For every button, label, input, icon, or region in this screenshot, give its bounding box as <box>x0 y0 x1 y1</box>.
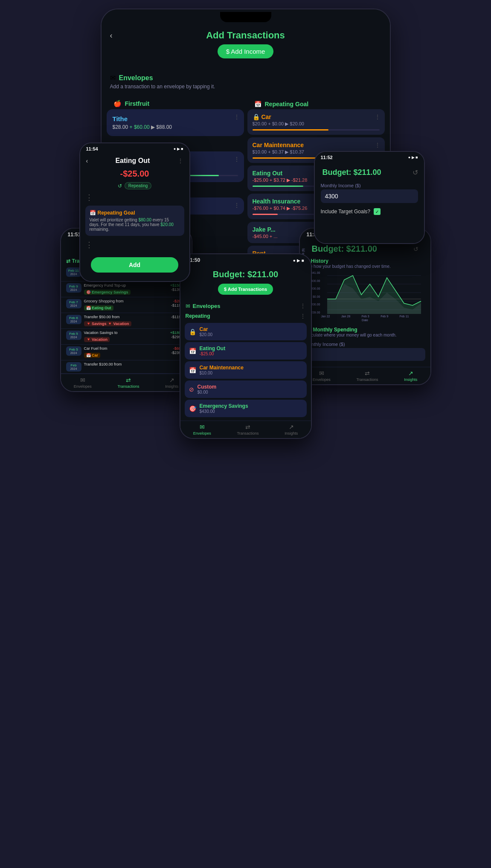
right-nav-trans-icon: ⇄ <box>365 370 370 377</box>
center-nav-env-label: Envelopes <box>193 431 211 435</box>
add-income-button[interactable]: $ Add Income <box>218 44 274 58</box>
trans-desc-4: Transfer $50.00 from 🔻 Savings 🔻 Vacatio… <box>84 315 169 327</box>
center-envelopes-title: Envelopes <box>193 303 221 309</box>
trans-date-3: Feb 7 2024 <box>66 299 81 308</box>
left-bottom-nav: ✉ Envelopes ⇄ Transactions ↗ Insights <box>61 374 192 391</box>
bp-checkbox-row: Include Target Goals? ✓ <box>315 206 424 218</box>
nav-transactions[interactable]: ⇄ Transactions <box>117 377 139 389</box>
trans-tag-2: 🎯 Emergency Savings <box>84 290 131 295</box>
table-row[interactable]: Feb 2024 Transfer $100.00 from <box>61 360 192 374</box>
firstfruit-title: Firstfruit <box>125 100 150 107</box>
center-nav-transactions[interactable]: ⇄ Transactions <box>237 424 259 435</box>
eo-repeating-tag: ↺ Repeating <box>80 180 189 191</box>
table-row[interactable]: Feb 7 2024 Grocery Shopping from 📅 Eatin… <box>61 297 192 313</box>
right-nav-insights[interactable]: ↗ Insights <box>404 370 417 382</box>
screen-header: ‹ Add Transactions <box>102 25 390 44</box>
bp-status-icons: ● ▶ ■ <box>408 155 418 160</box>
eo-title: Eating Out <box>88 157 177 165</box>
bp-income-label: Monthly Income ($) <box>321 183 418 188</box>
right-income-input[interactable] <box>305 348 425 361</box>
right-nav-env-icon: ✉ <box>319 370 324 377</box>
bp-checkbox[interactable]: ✓ <box>374 208 381 215</box>
eo-dots-1[interactable]: ⋮ <box>85 193 93 202</box>
right-bottom-nav: ✉ Envelopes ⇄ Transactions ↗ Insights <box>300 367 430 384</box>
add-transactions-button[interactable]: $ Add Transactions <box>218 284 273 295</box>
bp-notch: 11:52 ● ▶ ■ <box>315 152 424 163</box>
center-env-more[interactable]: ⋮ <box>300 302 306 309</box>
trans-date-2: Feb 9 2024 <box>66 283 81 293</box>
monthly-spending-subtitle: Calculate where your money will go each … <box>305 333 425 337</box>
center-custom-amount: $0.00 <box>198 390 217 395</box>
x-label-jan22: Jan 22 <box>321 315 330 318</box>
car-amount: $20.00 + $0.00 ▶ $20.00 <box>253 121 380 127</box>
nav-transactions-label: Transactions <box>117 384 139 389</box>
bp-input-section: Monthly Income ($) 4300 <box>315 180 424 206</box>
eo-add-button[interactable]: Add <box>91 257 178 273</box>
center-nav-insights[interactable]: ↗ Insights <box>285 424 298 435</box>
list-item[interactable]: ⊘ Custom $0.00 <box>185 380 307 398</box>
center-custom-name: Custom <box>198 384 217 390</box>
center-carmaint-name: Car Maintennance <box>200 365 244 371</box>
center-phone-screen: Budget: $211.00 $ Add Transactions ✉ Env… <box>180 266 311 438</box>
back-arrow-icon[interactable]: ‹ <box>110 31 113 40</box>
center-rep-more[interactable]: ⋮ <box>300 313 306 319</box>
table-row[interactable]: Feb 5 2024 Car Fuel from 📅 Car -$60.00 -… <box>61 345 192 360</box>
trans-tag-5: 🔻 Vacation <box>84 337 110 342</box>
repeating-goal-icon: 📅 <box>254 101 261 107</box>
trans-date-5: Feb 5 2024 <box>66 331 81 340</box>
trans-tag-6: 📅 Car <box>84 353 101 358</box>
right-monthly-income: Monthly Income ($) <box>300 339 430 363</box>
tithe-dots[interactable]: ⋮ <box>234 113 240 120</box>
center-emgsav-amount: $430.00 <box>200 409 248 414</box>
page-title: Add Transactions <box>206 30 285 41</box>
eo-status-icons: ● ▶ ■ <box>174 147 183 151</box>
trans-desc-3: Grocery Shopping from 📅 Eating Out <box>84 299 169 311</box>
envelopes-section-header: ✉ Envelopes <box>102 70 390 84</box>
right-nav-envelopes[interactable]: ✉ Envelopes <box>313 370 331 382</box>
center-nav-insights-icon: ↗ <box>289 424 294 430</box>
tithe-amount: $28.00 + $60.00 ▶ $88.00 <box>113 124 238 130</box>
center-nav-trans-label: Transactions <box>237 431 259 435</box>
trans-tag-3: 📅 Eating Out <box>84 305 113 311</box>
table-row[interactable]: Feb 6 2024 Transfer $50.00 from 🔻 Saving… <box>61 313 192 329</box>
envelope-icon: ✉ <box>110 74 116 82</box>
firstfruit-group: 🍎 Firstfruit <box>107 96 244 109</box>
car-dots[interactable]: ⋮ <box>375 113 381 120</box>
table-row[interactable]: Feb 9 2024 Emergency Fund Top-up 🎯 Emerg… <box>61 282 192 297</box>
car-name: 🔒 Car <box>253 113 380 120</box>
bp-screen: Budget: $211.00 ↺ Monthly Income ($) 430… <box>315 163 424 243</box>
nav-insights-left[interactable]: ↗ Insights <box>165 377 178 389</box>
trans-desc-6: Car Fuel from 📅 Car <box>84 346 169 358</box>
outer-container: ‹ Add Transactions $ Add Income ✉ Envelo… <box>9 9 482 439</box>
right-nav-env-label: Envelopes <box>313 377 331 382</box>
list-item[interactable]: 🔒 Car $20.00 <box>185 323 307 340</box>
list-item[interactable]: 🎯 Emergency Savings $430.00 <box>185 400 307 417</box>
nav-envelopes[interactable]: ✉ Envelopes <box>74 377 92 389</box>
list-item[interactable]: 📅 Car Maintennance $10.00 <box>185 361 307 379</box>
bp-refresh-icon[interactable]: ↺ <box>413 168 418 177</box>
center-eating-name: Eating Out <box>200 345 226 351</box>
monthly-spending-section: 📅 Monthly Spending Calculate where your … <box>300 324 430 339</box>
eo-notch: 11:54 ● ▶ ■ <box>80 143 189 154</box>
trans-date-4: Feb 6 2024 <box>66 315 81 324</box>
x-label-feb9: Feb 9 <box>381 315 388 318</box>
main-phone-notch <box>102 9 390 25</box>
car-card[interactable]: ⋮ 🔒 Car $20.00 + $0.00 ▶ $20.00 <box>247 109 385 135</box>
bp-include-label: Include Target Goals? <box>321 209 371 215</box>
custom-icon: ⊘ <box>189 386 194 393</box>
eo-more[interactable]: ⋮ <box>177 157 183 164</box>
center-nav-envelopes[interactable]: ✉ Envelopes <box>193 424 211 435</box>
right-nav-transactions[interactable]: ⇄ Transactions <box>356 370 378 382</box>
list-item[interactable]: 📅 Eating Out -$25.00 <box>185 342 307 360</box>
trans-desc-2: Emergency Fund Top-up 🎯 Emergency Saving… <box>84 283 168 295</box>
center-nav-env-icon: ✉ <box>200 424 205 430</box>
firstfruit-icon: 🍎 <box>113 100 122 107</box>
tithe-card[interactable]: ⋮ Tithe $28.00 + $60.00 ▶ $88.00 <box>107 109 244 136</box>
tithe-name: Tithe <box>113 115 238 122</box>
eating-out-cal-icon: 📅 <box>189 348 196 354</box>
eo-repeat-icon: ↺ <box>118 183 122 189</box>
bp-income-input[interactable]: 4300 <box>321 189 418 203</box>
table-row[interactable]: Feb 5 2024 Vacation Savings to 🔻 Vacatio… <box>61 329 192 345</box>
eo-dots-2[interactable]: ⋮ <box>85 240 93 250</box>
chart-x-axis-label: Date <box>303 319 427 322</box>
